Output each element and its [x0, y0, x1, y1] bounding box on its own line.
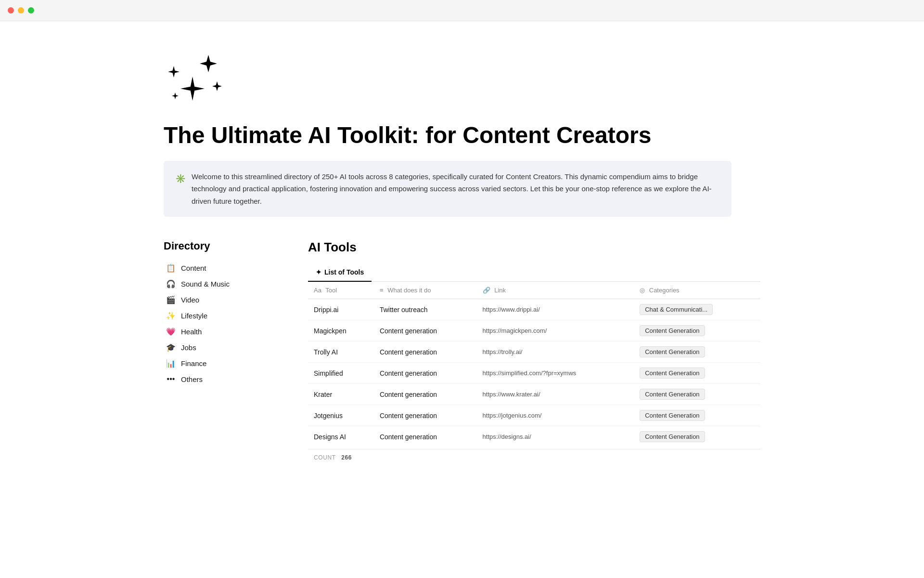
- cell-category: Content Generation: [634, 320, 760, 342]
- finance-icon: 📊: [166, 359, 176, 368]
- cell-what: Content generation: [374, 405, 477, 426]
- cell-category: Chat & Communicati...: [634, 299, 760, 320]
- sidebar-item-lifestyle[interactable]: ✨ Lifestyle: [164, 308, 270, 324]
- col-icon-tool: Aa: [314, 287, 321, 294]
- sidebar: Directory 📋 Content 🎧 Sound & Music 🎬 Vi…: [164, 240, 270, 387]
- table-row: Designs AIContent generationhttps://desi…: [308, 426, 760, 447]
- count-label: COUNT: [314, 454, 335, 461]
- cell-what: Content generation: [374, 426, 477, 447]
- page-container: The Ultimate AI Toolkit: for Content Cre…: [125, 21, 799, 504]
- cell-link: https://www.krater.ai/: [477, 384, 634, 405]
- sound-music-icon: 🎧: [166, 279, 176, 289]
- others-icon: •••: [166, 375, 176, 383]
- cell-link: https://trolly.ai/: [477, 342, 634, 363]
- cell-link: https://www.drippi.ai/: [477, 299, 634, 320]
- sidebar-label-content: Content: [181, 264, 206, 272]
- page-title: The Ultimate AI Toolkit: for Content Cre…: [164, 121, 760, 149]
- titlebar: [0, 0, 924, 21]
- content-icon: 📋: [166, 263, 176, 273]
- col-icon-what: ≡: [380, 287, 384, 294]
- cell-category: Content Generation: [634, 405, 760, 426]
- cell-tool-name: Trolly AI: [308, 342, 374, 363]
- sidebar-item-jobs[interactable]: 🎓 Jobs: [164, 340, 270, 355]
- col-header-tool: Aa Tool: [308, 282, 374, 299]
- col-icon-categories: ◎: [640, 287, 645, 294]
- sidebar-item-video[interactable]: 🎬 Video: [164, 292, 270, 308]
- cell-tool-name: Designs AI: [308, 426, 374, 447]
- table-body: Drippi.aiTwitter outreachhttps://www.dri…: [308, 299, 760, 447]
- sidebar-item-content[interactable]: 📋 Content: [164, 260, 270, 276]
- category-badge: Content Generation: [640, 325, 705, 336]
- stars-icon: [164, 50, 226, 108]
- table-row: KraterContent generationhttps://www.krat…: [308, 384, 760, 405]
- table-header: Aa Tool ≡ What does it do 🔗 Link ◎: [308, 282, 760, 299]
- cell-link: https://jotgenius.com/: [477, 405, 634, 426]
- sidebar-item-finance[interactable]: 📊 Finance: [164, 355, 270, 371]
- sidebar-label-sound-music: Sound & Music: [181, 280, 230, 288]
- cell-what: Content generation: [374, 363, 477, 384]
- minimize-button[interactable]: [18, 7, 24, 13]
- cell-tool-name: Drippi.ai: [308, 299, 374, 320]
- sidebar-title: Directory: [164, 240, 270, 252]
- category-badge: Content Generation: [640, 389, 705, 400]
- cell-link: https://magickpen.com/: [477, 320, 634, 342]
- sidebar-label-others: Others: [181, 375, 203, 383]
- cell-category: Content Generation: [634, 384, 760, 405]
- cell-category: Content Generation: [634, 342, 760, 363]
- category-badge: Content Generation: [640, 368, 705, 379]
- hero-description-box: ✳️ Welcome to this streamlined directory…: [164, 161, 732, 217]
- sidebar-label-lifestyle: Lifestyle: [181, 312, 207, 320]
- category-badge: Content Generation: [640, 346, 705, 357]
- cell-tool-name: Jotgenius: [308, 405, 374, 426]
- tab-label: List of Tools: [324, 268, 364, 276]
- tabs-bar: ✦ List of Tools: [308, 264, 760, 282]
- table-row: Drippi.aiTwitter outreachhttps://www.dri…: [308, 299, 760, 320]
- sidebar-item-others[interactable]: ••• Others: [164, 371, 270, 387]
- col-header-what: ≡ What does it do: [374, 282, 477, 299]
- table-row: MagickpenContent generationhttps://magic…: [308, 320, 760, 342]
- cell-what: Content generation: [374, 384, 477, 405]
- sidebar-label-health: Health: [181, 328, 202, 336]
- two-col-layout: Directory 📋 Content 🎧 Sound & Music 🎬 Vi…: [164, 240, 760, 466]
- sidebar-item-health[interactable]: 💗 Health: [164, 324, 270, 340]
- sparkle-icon: ✳️: [175, 171, 186, 186]
- main-content: AI Tools ✦ List of Tools Aa Tool: [308, 240, 760, 466]
- category-badge: Content Generation: [640, 410, 705, 421]
- cell-tool-name: Krater: [308, 384, 374, 405]
- table-row: JotgeniusContent generationhttps://jotge…: [308, 405, 760, 426]
- table-footer: COUNT 266: [308, 449, 760, 466]
- jobs-icon: 🎓: [166, 343, 176, 352]
- sidebar-label-video: Video: [181, 296, 199, 304]
- cell-category: Content Generation: [634, 426, 760, 447]
- col-header-categories: ◎ Categories: [634, 282, 760, 299]
- sidebar-label-jobs: Jobs: [181, 343, 196, 352]
- count-value: 266: [341, 454, 352, 461]
- sidebar-item-sound-music[interactable]: 🎧 Sound & Music: [164, 276, 270, 292]
- cell-category: Content Generation: [634, 363, 760, 384]
- table-row: Trolly AIContent generationhttps://troll…: [308, 342, 760, 363]
- col-icon-link: 🔗: [483, 287, 490, 294]
- video-icon: 🎬: [166, 295, 176, 304]
- cell-tool-name: Simplified: [308, 363, 374, 384]
- cell-link: https://designs.ai/: [477, 426, 634, 447]
- tab-list-of-tools[interactable]: ✦ List of Tools: [308, 264, 372, 282]
- cell-tool-name: Magickpen: [308, 320, 374, 342]
- hero-section: The Ultimate AI Toolkit: for Content Cre…: [164, 50, 760, 217]
- category-badge: Chat & Communicati...: [640, 304, 713, 315]
- tab-sparkle-icon: ✦: [316, 268, 321, 276]
- sidebar-label-finance: Finance: [181, 359, 206, 368]
- table-row: SimplifiedContent generationhttps://simp…: [308, 363, 760, 384]
- cell-what: Content generation: [374, 342, 477, 363]
- section-title: AI Tools: [308, 240, 760, 255]
- tools-table: Aa Tool ≡ What does it do 🔗 Link ◎: [308, 282, 760, 447]
- category-badge: Content Generation: [640, 431, 705, 442]
- cell-what: Content generation: [374, 320, 477, 342]
- lifestyle-icon: ✨: [166, 311, 176, 320]
- cell-link: https://simplified.com/?fpr=xymws: [477, 363, 634, 384]
- maximize-button[interactable]: [28, 7, 34, 13]
- close-button[interactable]: [8, 7, 14, 13]
- cell-what: Twitter outreach: [374, 299, 477, 320]
- col-header-link: 🔗 Link: [477, 282, 634, 299]
- hero-description-text: Welcome to this streamlined directory of…: [192, 171, 720, 208]
- health-icon: 💗: [166, 327, 176, 336]
